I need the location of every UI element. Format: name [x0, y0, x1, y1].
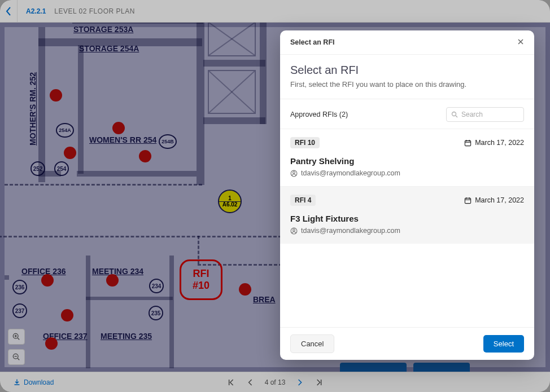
svg-rect-19	[465, 198, 471, 203]
svg-rect-13	[465, 140, 471, 146]
rfi-title: Pantry Shelving	[290, 156, 524, 166]
modal-header-title: Select an RFI	[290, 38, 335, 46]
rfi-list-item[interactable]: RFI 10 March 17, 2022 Pantry Shelving td…	[280, 129, 534, 186]
rfi-user-text: tdavis@raymondlakegroup.com	[301, 169, 400, 177]
user-icon	[290, 170, 298, 177]
select-rfi-modal: Select an RFI Select an RFI First, selec…	[280, 30, 534, 360]
modal-subtitle: First, select the RFI you want to place …	[290, 80, 524, 89]
rfi-list-heading: Approved RFIs (2)	[290, 111, 348, 118]
rfi-title: F3 Light Fixtures	[290, 214, 524, 223]
select-button[interactable]: Select	[483, 335, 524, 353]
modal-title: Select an RFI	[290, 64, 524, 77]
search-placeholder: Search	[461, 111, 483, 118]
svg-line-12	[456, 116, 457, 117]
calendar-icon	[464, 197, 472, 204]
rfi-list: RFI 10 March 17, 2022 Pantry Shelving td…	[280, 129, 534, 327]
rfi-date-text: March 17, 2022	[475, 139, 524, 147]
calendar-icon	[464, 139, 472, 147]
rfi-badge: RFI 10	[290, 137, 320, 148]
search-icon	[451, 111, 458, 118]
svg-point-18	[293, 171, 295, 174]
cancel-button[interactable]: Cancel	[290, 334, 334, 353]
svg-point-11	[452, 112, 456, 116]
rfi-badge: RFI 4	[290, 195, 316, 206]
rfi-list-item[interactable]: RFI 4 March 17, 2022 F3 Light Fixtures t…	[280, 186, 534, 244]
rfi-date-text: March 17, 2022	[475, 196, 524, 204]
rfi-user-text: tdavis@raymondlakegroup.com	[301, 227, 400, 235]
search-input[interactable]: Search	[446, 107, 524, 122]
svg-point-24	[293, 229, 295, 231]
close-icon	[517, 38, 524, 45]
user-icon	[290, 227, 298, 235]
modal-close-button[interactable]	[517, 37, 524, 47]
